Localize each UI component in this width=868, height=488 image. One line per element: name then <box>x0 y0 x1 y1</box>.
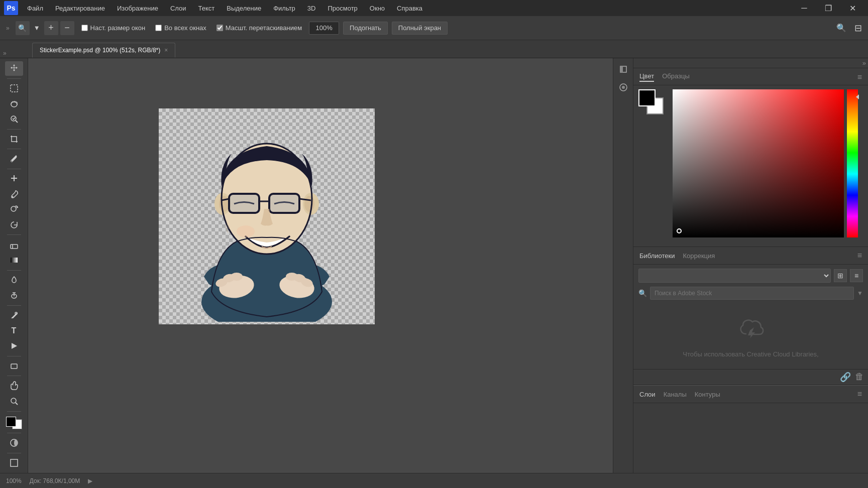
library-delete-icon[interactable]: 🗑 <box>855 372 864 383</box>
zoom-dropdown[interactable]: ▼ <box>32 23 42 33</box>
marquee-tool-button[interactable] <box>5 81 23 96</box>
fullscreen-button[interactable]: Полный экран <box>392 22 448 35</box>
tools-collapse-icon[interactable]: » <box>1 49 9 58</box>
foreground-color-swatch[interactable] <box>638 89 656 106</box>
crop-tool-button[interactable] <box>5 132 23 146</box>
search-icon[interactable]: 🔍 <box>834 21 848 35</box>
workspace-layout-icon[interactable]: ⊟ <box>852 21 864 36</box>
channels-tab[interactable]: Каналы <box>664 391 687 398</box>
color-panel: Цвет Образцы ≡ <box>633 68 868 247</box>
menu-image[interactable]: Изображение <box>112 3 163 14</box>
zoom-value-input[interactable] <box>309 22 339 35</box>
paths-tab[interactable]: Контуры <box>695 391 720 398</box>
menu-file[interactable]: Файл <box>22 3 48 14</box>
history-brush-tool-button[interactable] <box>5 218 23 232</box>
fit-window-label: Наст. размер окон <box>90 24 146 32</box>
menu-3d[interactable]: 3D <box>302 3 321 14</box>
menu-window[interactable]: Окно <box>365 3 390 14</box>
library-search-input[interactable] <box>650 287 854 300</box>
path-selection-tool-button[interactable] <box>5 339 23 353</box>
brush-tool-button[interactable] <box>5 187 23 201</box>
close-button[interactable]: ✕ <box>841 0 864 16</box>
canvas-image <box>159 108 375 324</box>
panel-strip-button-1[interactable] <box>615 61 631 77</box>
fit-window-checkbox[interactable] <box>81 25 88 31</box>
swatches-tab[interactable]: Образцы <box>662 72 690 82</box>
layers-panel-tabs: Слои Каналы Контуры <box>639 391 720 398</box>
right-panel-collapse-icon[interactable]: » <box>862 59 866 67</box>
layers-panel-menu-icon[interactable]: ≡ <box>857 390 862 399</box>
move-tool-button[interactable] <box>5 61 23 76</box>
color-spectrum-bar[interactable] <box>847 89 858 237</box>
left-panel-collapse-icon[interactable]: » <box>4 24 12 33</box>
all-windows-checkbox-label[interactable]: Во всех окнах <box>152 24 209 32</box>
menu-filter[interactable]: Фильтр <box>268 3 300 14</box>
library-bottom-bar: 🔗 🗑 <box>633 369 868 385</box>
layers-tab[interactable]: Слои <box>639 391 656 398</box>
lasso-tool-button[interactable] <box>5 96 23 111</box>
maximize-button[interactable]: ❐ <box>817 0 840 16</box>
all-windows-checkbox[interactable] <box>155 25 162 31</box>
text-tool-button[interactable]: T <box>5 323 23 338</box>
libraries-panel-menu-icon[interactable]: ≡ <box>857 251 862 260</box>
blur-tool-button[interactable] <box>5 273 23 287</box>
eraser-tool-button[interactable] <box>5 237 23 252</box>
menu-edit[interactable]: Редактирование <box>50 3 110 14</box>
color-gradient-picker[interactable] <box>673 89 844 237</box>
svg-point-11 <box>11 398 16 403</box>
tab-bar: » StickerExample.psd @ 100% (512s, RGB/8… <box>0 40 868 58</box>
gradient-tool-button[interactable] <box>5 253 23 268</box>
zoom-out-minus-button[interactable]: − <box>60 21 74 35</box>
color-panel-menu-icon[interactable]: ≡ <box>857 73 862 82</box>
menu-select[interactable]: Выделение <box>222 3 266 14</box>
menu-text[interactable]: Текст <box>193 3 220 14</box>
panel-strip-button-2[interactable] <box>615 79 631 95</box>
hand-tool-button[interactable] <box>5 379 23 393</box>
library-dropdown[interactable] <box>638 269 831 283</box>
document-tab[interactable]: StickerExample.psd @ 100% (512s, RGB/8*)… <box>32 43 175 58</box>
canvas-area[interactable] <box>28 58 633 473</box>
libraries-panel: Библиотеки Коррекция ≡ ⊞ ≡ 🔍 ▼ <box>633 247 868 385</box>
menu-help[interactable]: Справка <box>392 3 427 14</box>
color-tab[interactable]: Цвет <box>639 72 654 82</box>
libraries-tab[interactable]: Библиотеки <box>639 252 675 260</box>
quick-selection-tool-button[interactable] <box>5 112 23 127</box>
creative-cloud-icon <box>736 314 766 344</box>
libraries-panel-header: Библиотеки Коррекция ≡ <box>633 247 868 265</box>
fg-swatch-toolbar[interactable] <box>6 417 16 427</box>
shape-tool-button[interactable] <box>5 359 23 374</box>
corrections-tab[interactable]: Коррекция <box>683 252 715 260</box>
status-arrow-icon[interactable]: ▶ <box>88 477 92 484</box>
zoom-in-button[interactable]: 🔍 <box>16 21 30 35</box>
clone-tool-button[interactable] <box>5 202 23 217</box>
pen-tool-button[interactable] <box>5 308 23 323</box>
fit-window-checkbox-label[interactable]: Наст. размер окон <box>78 24 149 32</box>
panel-strip <box>613 58 633 473</box>
quick-mask-button[interactable] <box>5 436 23 450</box>
tab-close-icon[interactable]: × <box>164 47 168 54</box>
color-picker-area <box>668 89 863 242</box>
library-link-icon[interactable]: 🔗 <box>840 372 851 383</box>
list-view-button[interactable]: ≡ <box>850 269 863 282</box>
eyedropper-tool-button[interactable] <box>5 152 23 166</box>
library-controls: ⊞ ≡ <box>633 265 868 287</box>
svg-rect-14 <box>11 459 18 466</box>
screen-mode-button[interactable] <box>5 455 23 470</box>
zoom-in-plus-button[interactable]: + <box>44 21 58 35</box>
menu-view[interactable]: Просмотр <box>322 3 362 14</box>
grid-view-button[interactable]: ⊞ <box>834 269 847 282</box>
svg-point-37 <box>237 225 255 237</box>
all-windows-label: Во всех окнах <box>164 24 206 32</box>
minimize-button[interactable]: ─ <box>793 0 816 16</box>
zoom-tool-left-button[interactable] <box>5 394 23 409</box>
scrubby-zoom-checkbox-label[interactable]: Масшт. перетаскиванием <box>213 24 305 32</box>
fit-button[interactable]: Подогнать <box>343 22 388 35</box>
scrubby-zoom-label: Масшт. перетаскиванием <box>226 24 302 32</box>
healing-tool-button[interactable] <box>5 172 23 186</box>
color-gradient-cursor <box>677 228 682 233</box>
dodge-tool-button[interactable] <box>5 288 23 303</box>
color-panel-tabs: Цвет Образцы <box>639 72 690 82</box>
lib-search-arrow-icon[interactable]: ▼ <box>857 290 863 297</box>
menu-layers[interactable]: Слои <box>165 3 191 14</box>
scrubby-zoom-checkbox[interactable] <box>216 25 223 31</box>
